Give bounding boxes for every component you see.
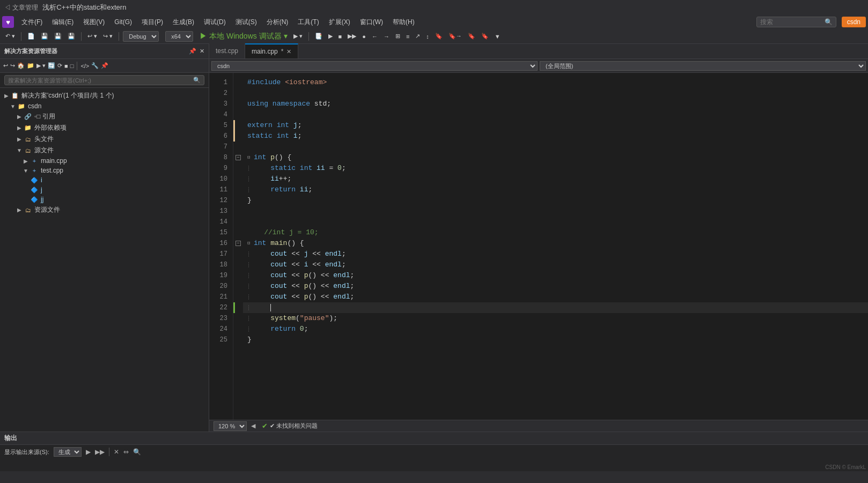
tree-var-j[interactable]: 🔷 j: [0, 185, 209, 195]
tree-project-csdn[interactable]: ▼ 📁 csdn: [0, 101, 209, 111]
menu-analyze[interactable]: 分析(N): [262, 17, 293, 28]
tree-solution[interactable]: ▶ 📋 解决方案'csdn'(1 个项目/共 1 个): [0, 90, 209, 101]
close-sidebar-icon[interactable]: ✕: [200, 48, 204, 55]
undo2-btn[interactable]: ↩ ▾: [85, 32, 99, 41]
tree-test-cpp[interactable]: ▼ + test.cpp: [0, 166, 209, 175]
tree-sources[interactable]: ▼ 🗂 源文件: [0, 145, 209, 156]
zoom-control[interactable]: 120 %: [214, 421, 247, 431]
sidebar-tb-12[interactable]: 📌: [101, 62, 108, 69]
menu-build[interactable]: 生成(B): [168, 17, 198, 28]
headers-label: 头文件: [34, 135, 54, 144]
toolbar-icon7[interactable]: ▶: [326, 32, 335, 41]
scroll-left-icon[interactable]: ◀: [251, 422, 255, 429]
sidebar-tb-2[interactable]: ↪: [10, 62, 15, 69]
gutter-22: [233, 302, 243, 313]
gutter-8[interactable]: −: [233, 152, 243, 163]
toolbar-icon9[interactable]: ▶▶: [345, 32, 358, 41]
tree-ref[interactable]: ▶ 🔗 ◦□ 引用: [0, 111, 209, 122]
file-scope-select[interactable]: csdn: [211, 61, 538, 71]
toolbar-icon4[interactable]: 💾: [65, 32, 77, 41]
output-find-icon[interactable]: 🔍: [133, 448, 141, 456]
gutter-16[interactable]: −: [233, 238, 243, 249]
csdn-button[interactable]: csdn: [842, 17, 866, 27]
sidebar-tb-6[interactable]: 🔄: [48, 62, 55, 69]
global-scope-select[interactable]: (全局范围): [540, 61, 866, 71]
tab-main-cpp[interactable]: main.cpp * ✕: [245, 43, 298, 58]
code-text-1: #include <iostream>: [247, 77, 327, 88]
toolbar-icon3[interactable]: 💾: [52, 32, 64, 41]
toolbar-icon8[interactable]: ■: [336, 32, 344, 41]
menu-window[interactable]: 窗口(W): [356, 17, 387, 28]
tree-headers[interactable]: ▶ 🗂 头文件: [0, 133, 209, 145]
menu-tools[interactable]: 工具(T): [293, 17, 323, 28]
tree-resources[interactable]: ▶ 🗂 资源文件: [0, 204, 209, 216]
menu-git[interactable]: Git(G): [110, 17, 136, 27]
output-clear-icon[interactable]: ✕: [114, 448, 119, 456]
sidebar-tb-8[interactable]: ■: [64, 63, 68, 69]
menu-extensions[interactable]: 扩展(X): [325, 17, 355, 28]
menu-edit[interactable]: 编辑(E): [48, 17, 78, 28]
platform-select[interactable]: x64: [165, 31, 193, 42]
toolbar-icon11[interactable]: ←: [370, 32, 380, 41]
menu-project[interactable]: 项目(P): [137, 17, 167, 28]
menu-view[interactable]: 视图(V): [79, 17, 109, 28]
sidebar-tb-1[interactable]: ↩: [3, 62, 8, 69]
back-button[interactable]: ◁ 文章管理: [4, 3, 38, 12]
toolbar-icon15[interactable]: ↗: [413, 32, 422, 41]
tree-var-jj[interactable]: 🔷 jj: [0, 195, 209, 204]
toolbar-icon2[interactable]: 💾: [39, 32, 50, 41]
output-source-select[interactable]: 生成: [54, 447, 82, 457]
output-wrap-icon[interactable]: ⇔: [123, 448, 129, 456]
gutter-1: [233, 77, 243, 88]
tab-main-label: main.cpp: [252, 48, 278, 55]
menu-file[interactable]: 文件(F): [17, 17, 47, 28]
sidebar-tb-4[interactable]: 📁: [27, 62, 34, 69]
toolbar-icon5[interactable]: ▶ ▾: [291, 32, 305, 41]
toolbar-icon13[interactable]: ⊞: [393, 32, 402, 41]
gutter-6: [233, 131, 243, 142]
toolbar-icon19[interactable]: 🔖: [466, 32, 477, 41]
toolbar-icon12[interactable]: →: [381, 32, 392, 41]
toolbar-icon17[interactable]: 🔖: [433, 32, 445, 41]
toolbar-icon6[interactable]: 📑: [313, 32, 325, 41]
code-editor[interactable]: 1 2 3 4 5 6 7 8 9 10 11 12 13 14 15 16 1…: [209, 73, 868, 420]
sidebar-tb-5[interactable]: ▶ ▾: [36, 62, 46, 69]
ln-18: 18: [209, 259, 227, 270]
search-input[interactable]: [760, 18, 825, 26]
tree-ext-deps[interactable]: ▶ 📁 外部依赖项: [0, 122, 209, 133]
debug-config-select[interactable]: Debug: [123, 31, 159, 42]
collapse-main-icon[interactable]: −: [236, 241, 241, 246]
undo-btn[interactable]: ↶ ▾: [3, 32, 17, 41]
collapse-p-icon[interactable]: −: [236, 155, 241, 160]
sidebar-tb-10[interactable]: </>: [80, 63, 89, 69]
toolbar-icon18[interactable]: 🔖→: [446, 32, 464, 41]
sidebar-tb-9[interactable]: □: [70, 63, 74, 69]
sidebar-tb-7[interactable]: ⟳: [57, 62, 62, 69]
toolbar-icon10[interactable]: ●: [360, 32, 368, 41]
redo-btn[interactable]: ↪ ▾: [101, 32, 115, 41]
toolbar-icon16[interactable]: ↕: [424, 32, 431, 41]
toolbar-icon1[interactable]: 📄: [25, 32, 37, 41]
tree-main-cpp[interactable]: ▶ + main.cpp: [0, 156, 209, 166]
menu-test[interactable]: 测试(S): [231, 17, 261, 28]
toolbar-icon21[interactable]: ▼: [492, 32, 503, 41]
output-scroll-icon2[interactable]: ▶▶: [95, 448, 105, 456]
sidebar-search-input[interactable]: [8, 77, 193, 84]
sidebar-tb-11[interactable]: 🔧: [91, 62, 99, 69]
menu-help[interactable]: 帮助(H): [388, 17, 419, 28]
tab-test-cpp[interactable]: test.cpp: [209, 43, 245, 58]
search-box[interactable]: 🔍: [756, 17, 836, 27]
sep1: [21, 32, 21, 41]
toolbar-icon14[interactable]: ≡: [404, 32, 411, 41]
menu-debug[interactable]: 调试(D): [200, 17, 230, 28]
tree-var-i[interactable]: 🔷 i: [0, 175, 209, 185]
pin-icon[interactable]: 📌: [189, 48, 196, 55]
output-scroll-icon[interactable]: ▶: [86, 448, 91, 456]
zoom-select[interactable]: 120 %: [214, 421, 247, 431]
tab-close-icon[interactable]: ✕: [286, 48, 291, 55]
code-content[interactable]: #include <iostream> using namespace std;…: [243, 73, 868, 420]
toolbar-icon20[interactable]: 🔖: [479, 32, 491, 41]
sidebar-tb-3[interactable]: 🏠: [17, 62, 25, 69]
run-button[interactable]: ▶ 本地 Windows 调试器 ▾: [200, 32, 287, 41]
ln-21: 21: [209, 292, 227, 302]
